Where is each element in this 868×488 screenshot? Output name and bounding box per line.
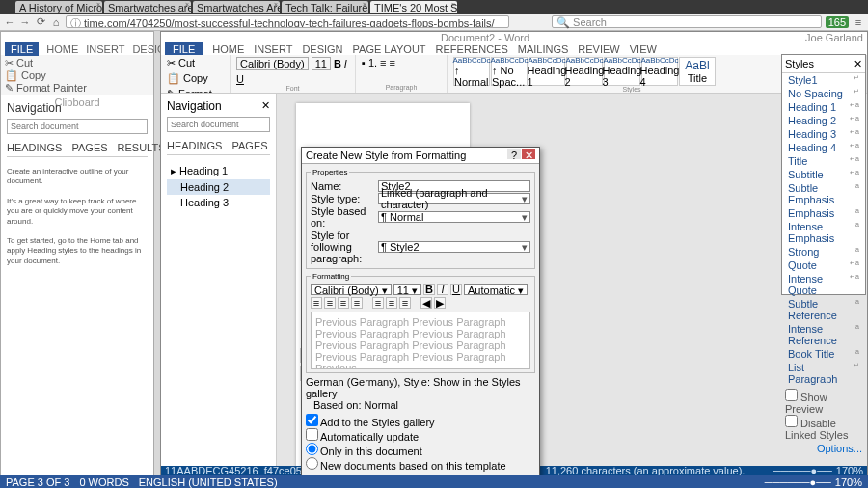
close-icon[interactable]: × xyxy=(185,1,189,8)
only-document-radio[interactable]: Only in this document xyxy=(306,443,422,457)
fmt-font-select[interactable]: Calibri (Body) ▾ xyxy=(311,284,392,295)
style-gallery[interactable]: AaBbCcDc↑ Normal AaBbCcDc↑ No Spac... Aa… xyxy=(453,57,810,86)
browser-tab[interactable]: Smartwatches Are Dying Bec...× xyxy=(193,1,280,13)
zoom-control[interactable]: ──────●── 170% xyxy=(765,476,862,488)
menu-icon[interactable]: ≡ xyxy=(853,16,864,28)
underline-button[interactable]: U xyxy=(236,73,244,85)
dialog-titlebar[interactable]: Create New Style from Formatting ?✕ xyxy=(302,148,539,164)
tab-file[interactable]: FILE xyxy=(165,42,203,56)
tab-view[interactable]: VIEW xyxy=(630,43,657,55)
align-center-button[interactable]: ≡ xyxy=(324,297,336,309)
style-list-item[interactable]: Heading 1↵a xyxy=(782,100,865,114)
browser-tab[interactable]: Smartwatches are experienci...× xyxy=(104,1,191,13)
heading-item-selected[interactable]: Heading 2 xyxy=(167,179,270,195)
language-indicator[interactable]: ENGLISH (UNITED STATES) xyxy=(139,476,278,488)
browser-tab[interactable]: Tech Talk: Failure Of The Ap...× xyxy=(282,1,368,13)
styletype-select[interactable]: Linked (paragraph and character)▾ xyxy=(378,193,530,204)
bold-button[interactable]: B xyxy=(423,284,435,295)
linespace-button[interactable]: ≡ xyxy=(386,297,397,309)
close-icon[interactable]: × xyxy=(96,1,100,8)
tab-file[interactable]: FILE xyxy=(5,42,39,56)
url-bar[interactable]: ⓘ time.com/4704250/most-successful-techn… xyxy=(66,15,509,28)
back-icon[interactable]: ← xyxy=(4,16,15,28)
style-list-item[interactable]: Subtitle↵a xyxy=(782,168,865,181)
bullets-button[interactable]: ▪ xyxy=(362,57,366,68)
indent-inc-button[interactable]: ▶ xyxy=(434,297,446,309)
style-list-item[interactable]: Quote↵a xyxy=(782,258,865,272)
font-select[interactable]: Calibri (Body) xyxy=(236,57,309,70)
italic-button[interactable]: I xyxy=(437,284,448,295)
page-indicator[interactable]: PAGE 3 OF 3 xyxy=(6,476,69,488)
nav-search-input[interactable] xyxy=(167,117,270,132)
style-list-item[interactable]: Heading 2↵a xyxy=(782,114,865,127)
style-list-item[interactable]: Intense Quote↵a xyxy=(782,272,865,297)
style-heading1[interactable]: AaBbCcDcHeading 1 xyxy=(529,57,565,86)
nav-tab-results[interactable]: RESULTS xyxy=(118,142,166,153)
new-docs-radio[interactable]: New documents based on this template xyxy=(306,457,506,472)
align-justify-button[interactable]: ≡ xyxy=(351,297,363,309)
style-list-item[interactable]: Subtle Emphasisa xyxy=(782,181,865,206)
basedon-select[interactable]: ¶ Normal▾ xyxy=(378,211,530,223)
style-heading2[interactable]: AaBbCcDcHeading 2 xyxy=(566,57,603,86)
tab-review[interactable]: REVIEW xyxy=(578,43,619,55)
close-icon[interactable]: × xyxy=(274,1,278,8)
style-nospacing[interactable]: AaBbCcDc↑ No Spac... xyxy=(491,57,528,86)
style-list-item[interactable]: Heading 4↵a xyxy=(782,141,865,154)
underline-button[interactable]: U xyxy=(450,284,462,295)
browser-tab[interactable]: A History of Microsoft's Bigg...× xyxy=(15,1,102,13)
tab-pagelayout[interactable]: PAGE LAYOUT xyxy=(353,43,426,55)
close-icon[interactable]: × xyxy=(363,1,366,8)
style-list-item[interactable]: List Paragraph↵ xyxy=(782,361,865,386)
copy-button[interactable]: 📋 Copy xyxy=(167,72,208,85)
nav-tab-pages[interactable]: PAGES xyxy=(71,142,107,153)
home-icon[interactable]: ⌂ xyxy=(50,16,62,28)
style-list-item[interactable]: Emphasisa xyxy=(782,206,865,220)
style-list-item[interactable]: Subtle Referencea xyxy=(782,297,865,322)
heading-item[interactable]: ▸ Heading 1 xyxy=(167,163,270,179)
numbering-button[interactable]: 1. xyxy=(368,57,377,68)
tab-insert[interactable]: INSERT xyxy=(254,43,292,55)
close-icon[interactable]: ✕ xyxy=(854,58,862,70)
show-preview-checkbox[interactable]: Show Preview xyxy=(785,389,862,415)
fmt-color-select[interactable]: Automatic ▾ xyxy=(464,284,528,295)
align-right-button[interactable]: ≡ xyxy=(338,297,349,309)
forward-icon[interactable]: → xyxy=(19,16,31,28)
help-icon[interactable]: ? xyxy=(507,149,521,159)
style-list-item[interactable]: Intense Emphasisa xyxy=(782,220,865,245)
italic-button[interactable]: I xyxy=(344,58,347,69)
cut-button[interactable]: ✂ Cut xyxy=(167,57,195,69)
style-list-item[interactable]: Title↵a xyxy=(782,154,865,168)
tab-design[interactable]: DESIGN xyxy=(302,43,342,55)
nav-tab-pages[interactable]: PAGES xyxy=(231,140,267,151)
font-size-select[interactable]: 11 xyxy=(312,57,331,70)
disable-linked-checkbox[interactable]: Disable Linked Styles xyxy=(785,415,862,441)
nav-tab-headings[interactable]: HEADINGS xyxy=(7,142,62,153)
tab-mailings[interactable]: MAILINGS xyxy=(518,43,569,55)
close-icon[interactable]: × xyxy=(451,1,455,8)
align-left-button[interactable]: ≡ xyxy=(311,297,322,309)
nav-search-input[interactable] xyxy=(7,119,148,134)
browser-tab-active[interactable]: TIME's 20 Most Successful Te...× xyxy=(370,1,457,13)
align-left-button[interactable]: ≡ xyxy=(380,57,386,68)
tab-references[interactable]: REFERENCES xyxy=(436,43,508,55)
following-select[interactable]: ¶ Style2▾ xyxy=(378,241,530,253)
style-list-item[interactable]: Stronga xyxy=(782,245,865,258)
indent-dec-button[interactable]: ◀ xyxy=(420,297,432,309)
style-list-item[interactable]: Book Titlea xyxy=(782,347,865,361)
style-list-item[interactable]: No Spacing↵ xyxy=(782,87,865,100)
heading-item[interactable]: Heading 3 xyxy=(167,195,270,210)
add-gallery-checkbox[interactable]: Add to the Styles gallery xyxy=(306,414,435,428)
style-normal[interactable]: AaBbCcDc↑ Normal xyxy=(453,57,490,86)
word-count[interactable]: 0 WORDS xyxy=(79,476,128,488)
extensions-badge[interactable]: 165 xyxy=(826,16,849,28)
close-icon[interactable]: ✕ xyxy=(522,149,535,159)
reload-icon[interactable]: ⟳ xyxy=(35,15,46,28)
tab-home[interactable]: HOME xyxy=(46,43,78,55)
tab-home[interactable]: HOME xyxy=(212,43,244,55)
auto-update-checkbox[interactable]: Automatically update xyxy=(306,428,419,443)
bold-button[interactable]: B xyxy=(334,58,341,69)
style-heading4[interactable]: AaBbCcDcHeading 4 xyxy=(641,57,678,86)
align-center-button[interactable]: ≡ xyxy=(390,57,395,68)
linespace-button[interactable]: ≡ xyxy=(372,297,384,309)
style-title[interactable]: AaBlTitle xyxy=(679,57,716,86)
